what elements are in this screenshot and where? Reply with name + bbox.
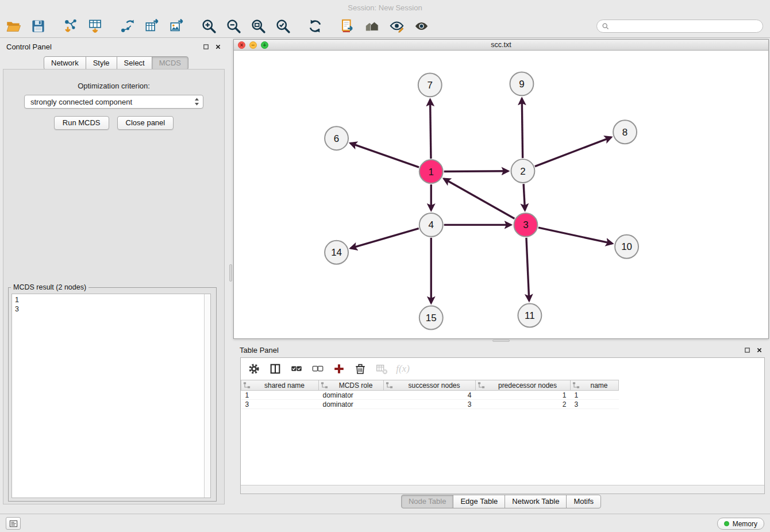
graph-node-8[interactable]: 8 (613, 120, 637, 144)
tab-edge-table[interactable]: Edge Table (453, 495, 505, 508)
zoom-selected-icon (275, 18, 291, 34)
result-scrollbar[interactable] (204, 294, 210, 498)
graph-node-1[interactable]: 1 (419, 160, 443, 183)
zoom-out-button[interactable] (224, 17, 243, 36)
task-history-button[interactable] (6, 517, 21, 530)
splitter-grip-icon[interactable] (492, 340, 510, 342)
mcds-actions: Run MCDS Close panel (3, 116, 224, 130)
zoom-selected-button[interactable] (273, 17, 292, 36)
panel-splitter-vertical[interactable] (228, 39, 233, 507)
attribute-icon (243, 381, 251, 389)
run-mcds-button[interactable]: Run MCDS (54, 116, 109, 130)
column-header-shared-name[interactable]: shared name (241, 380, 319, 391)
float-table-panel-icon[interactable] (744, 347, 750, 353)
zoom-in-button[interactable] (199, 17, 218, 36)
export-web-button[interactable] (337, 17, 357, 36)
network-canvas[interactable]: 7968124314101511 (234, 51, 768, 338)
graph-node-15[interactable]: 15 (419, 306, 443, 330)
save-button[interactable] (28, 17, 48, 36)
splitter-grip-icon[interactable] (229, 264, 232, 282)
dropdown-stepper-icon (194, 97, 199, 106)
graph-node-11[interactable]: 11 (518, 304, 541, 327)
minimize-window-icon[interactable]: − (249, 41, 257, 49)
column-header-predecessor-nodes[interactable]: predecessor nodes (476, 380, 571, 391)
zoom-fit-button[interactable] (248, 17, 268, 36)
graph-node-label: 11 (525, 310, 535, 321)
import-table-button[interactable] (85, 17, 105, 36)
graph-edge-2-3[interactable] (523, 184, 525, 210)
table-panel-title: Table Panel (240, 346, 279, 354)
table-cell: 3 (571, 400, 619, 409)
refresh-layout-button[interactable] (305, 17, 325, 36)
import-network-button[interactable] (60, 17, 80, 36)
optimization-criterion-select[interactable]: strongly connected component (24, 95, 203, 109)
close-panel-button[interactable]: Close panel (117, 116, 174, 130)
table-horizontal-scrollbar[interactable] (241, 485, 764, 494)
toolbar-group (3, 17, 48, 36)
search-input[interactable] (612, 22, 758, 30)
network-graph[interactable]: 7968124314101511 (234, 51, 768, 338)
node-table: shared nameMCDS rolesuccessor nodesprede… (241, 380, 619, 409)
search-box[interactable] (596, 20, 763, 33)
network-window-titlebar[interactable]: × − + scc.txt (234, 40, 768, 51)
deselect-all-button[interactable] (310, 361, 326, 377)
export-image-button[interactable] (167, 17, 186, 36)
graph-edge-3-11[interactable] (526, 238, 529, 301)
graph-node-14[interactable]: 14 (325, 241, 348, 264)
table-toolbar: f(x) (241, 358, 764, 380)
table-row[interactable]: 3dominator323 (241, 400, 619, 409)
close-table-panel-icon[interactable] (756, 347, 763, 353)
graph-edge-1-2[interactable] (444, 171, 509, 172)
graph-edge-1-6[interactable] (351, 143, 419, 167)
graph-node-3[interactable]: 3 (514, 213, 537, 237)
memory-button[interactable]: Memory (717, 518, 764, 530)
trash-button[interactable] (352, 361, 368, 377)
maximize-window-icon[interactable]: + (261, 41, 268, 49)
graph-edge-4-14[interactable] (351, 229, 419, 249)
float-panel-icon[interactable] (203, 44, 209, 50)
mcds-result-list[interactable]: 13 (11, 294, 211, 498)
graph-edge-2-8[interactable] (535, 137, 611, 167)
select-all-button[interactable] (288, 361, 305, 377)
graph-node-2[interactable]: 2 (511, 159, 534, 183)
graph-node-9[interactable]: 9 (510, 72, 533, 95)
graph-edge-2-9[interactable] (522, 98, 522, 158)
network-view-window: × − + scc.txt 7968124314101511 (233, 39, 769, 339)
network-selection-button[interactable] (117, 17, 137, 36)
column-header-mcds-role[interactable]: MCDS role (319, 380, 384, 391)
close-window-icon[interactable]: × (238, 41, 245, 49)
browser-home-button[interactable] (362, 17, 382, 36)
columns-button[interactable] (267, 361, 283, 377)
graph-node-4[interactable]: 4 (419, 213, 443, 237)
show-details-button[interactable] (411, 17, 431, 36)
tab-style[interactable]: Style (86, 56, 117, 70)
graph-edge-3-10[interactable] (538, 228, 613, 244)
column-header-successor-nodes[interactable]: successor nodes (384, 380, 476, 391)
graph-node-7[interactable]: 7 (418, 73, 442, 97)
open-folder-button[interactable] (3, 17, 23, 36)
toggle-details-button[interactable] (387, 17, 406, 36)
table-row[interactable]: 1dominator411 (241, 391, 619, 400)
tab-motifs[interactable]: Motifs (566, 495, 601, 508)
tab-node-table[interactable]: Node Table (401, 495, 454, 508)
memory-status-icon (724, 521, 729, 526)
graph-edge-1-7[interactable] (430, 99, 431, 159)
graph-node-10[interactable]: 10 (615, 235, 638, 259)
graph-node-label: 14 (331, 247, 342, 258)
attribute-icon (386, 381, 393, 389)
tab-mcds[interactable]: MCDS (152, 56, 188, 70)
gear-button[interactable] (246, 361, 262, 377)
export-table-button[interactable] (142, 17, 161, 36)
graph-edge-3-1[interactable] (444, 179, 514, 218)
tab-select[interactable]: Select (117, 56, 152, 70)
open-folder-icon (6, 18, 21, 34)
tab-network[interactable]: Network (44, 56, 86, 70)
add-column-button[interactable] (331, 361, 347, 377)
tab-network-table[interactable]: Network Table (505, 495, 567, 508)
select-all-icon (290, 363, 303, 375)
export-table-icon (144, 18, 160, 34)
graph-node-6[interactable]: 6 (325, 126, 348, 150)
control-panel-title: Control Panel (6, 43, 52, 51)
column-header-name[interactable]: name (571, 380, 619, 391)
close-panel-icon[interactable] (215, 44, 221, 50)
